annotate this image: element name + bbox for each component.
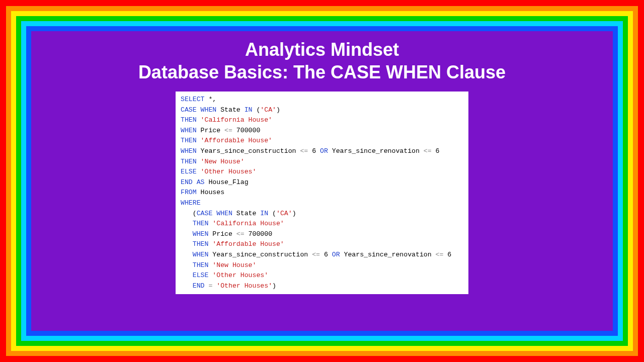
str-other: 'Other Houses'	[216, 282, 272, 290]
op-le: <=	[220, 127, 232, 134]
op-le: <=	[296, 147, 308, 155]
kw-where: WHERE	[181, 199, 201, 207]
num-6: 6	[432, 147, 440, 155]
rainbow-frame-orange: Analytics Mindset Database Basics: The C…	[6, 6, 638, 356]
str-other: 'Other Houses'	[212, 272, 268, 279]
rainbow-frame-green: Analytics Mindset Database Basics: The C…	[16, 16, 628, 346]
rainbow-frame-blue: Analytics Mindset Database Basics: The C…	[26, 26, 618, 336]
str-ca: 'CA'	[260, 106, 276, 114]
kw-select: SELECT	[181, 96, 204, 103]
kw-then: THEN	[193, 240, 209, 248]
indent	[181, 240, 193, 248]
op-le: <=	[432, 251, 444, 258]
kw-from: FROM	[181, 189, 197, 196]
indent	[181, 230, 193, 238]
title-line-2: Database Basics: The CASE WHEN Clause	[138, 61, 506, 83]
indent	[181, 220, 193, 227]
kw-then: THEN	[193, 220, 209, 227]
str-other: 'Other Houses'	[201, 168, 257, 175]
op-open-paren: (	[252, 106, 260, 114]
sql-code-block: SELECT *, CASE WHEN State IN ('CA') THEN…	[176, 92, 468, 294]
kw-then: THEN	[181, 116, 197, 124]
kw-in: IN	[245, 106, 253, 114]
kw-end: END	[181, 178, 193, 186]
kw-or: OR	[332, 251, 340, 258]
id-houseflag: House_Flag	[208, 178, 248, 186]
kw-as: AS	[197, 178, 205, 186]
str-cal: 'California House'	[201, 116, 272, 124]
indent	[181, 261, 193, 269]
kw-then: THEN	[181, 137, 197, 144]
str-aff: 'Affordable House'	[212, 240, 284, 248]
op-open-paren: (	[193, 210, 197, 217]
op-le: <=	[308, 251, 320, 258]
id-state: State	[220, 106, 240, 114]
indent	[181, 210, 193, 217]
id-price: Price	[212, 230, 232, 238]
kw-else: ELSE	[193, 272, 209, 279]
op-star: *,	[204, 96, 216, 103]
num-6: 6	[443, 251, 451, 258]
op-eq: =	[205, 282, 217, 290]
kw-else: ELSE	[181, 168, 197, 175]
str-cal: 'California House'	[212, 220, 284, 227]
indent	[181, 272, 193, 279]
num-700000: 700000	[245, 230, 272, 238]
kw-or: OR	[320, 147, 328, 155]
str-ca: 'CA'	[276, 210, 292, 217]
rainbow-frame-red: Analytics Mindset Database Basics: The C…	[0, 0, 644, 362]
kw-case: CASE	[181, 106, 197, 114]
kw-end: END	[193, 282, 205, 290]
kw-when: WHEN	[193, 251, 209, 258]
op-close-paren: )	[292, 210, 296, 217]
id-price: Price	[201, 127, 221, 134]
op-le: <=	[420, 147, 432, 155]
op-close-paren: )	[272, 282, 276, 290]
kw-when: WHEN	[216, 210, 232, 217]
id-houses: Houses	[201, 189, 224, 196]
num-6: 6	[320, 251, 328, 258]
id-ysr: Years_since_renovation	[344, 251, 432, 258]
rainbow-frame-cyan: Analytics Mindset Database Basics: The C…	[21, 21, 623, 341]
indent	[181, 251, 193, 258]
kw-when: WHEN	[201, 106, 217, 114]
slide-body: Analytics Mindset Database Basics: The C…	[31, 31, 613, 331]
kw-in: IN	[260, 210, 268, 217]
id-ysc: Years_since_construction	[212, 251, 308, 258]
str-aff: 'Affordable House'	[201, 137, 272, 144]
kw-when: WHEN	[193, 230, 209, 238]
id-state: State	[236, 210, 257, 217]
op-open-paren: (	[268, 210, 276, 217]
indent	[181, 282, 193, 290]
str-new: 'New House'	[201, 158, 245, 165]
kw-when: WHEN	[181, 127, 197, 134]
rainbow-frame-yellow: Analytics Mindset Database Basics: The C…	[11, 11, 633, 351]
str-new: 'New House'	[212, 261, 256, 269]
op-le: <=	[232, 230, 245, 238]
kw-case: CASE	[197, 210, 213, 217]
id-ysr: Years_since_renovation	[332, 147, 420, 155]
title-line-1: Analytics Mindset	[245, 38, 399, 61]
num-700000: 700000	[232, 127, 260, 134]
kw-when: WHEN	[181, 147, 197, 155]
id-ysc: Years_since_construction	[201, 147, 296, 155]
kw-then: THEN	[193, 261, 209, 269]
op-close-paren: )	[276, 106, 280, 114]
kw-then: THEN	[181, 158, 197, 165]
num-6: 6	[308, 147, 316, 155]
